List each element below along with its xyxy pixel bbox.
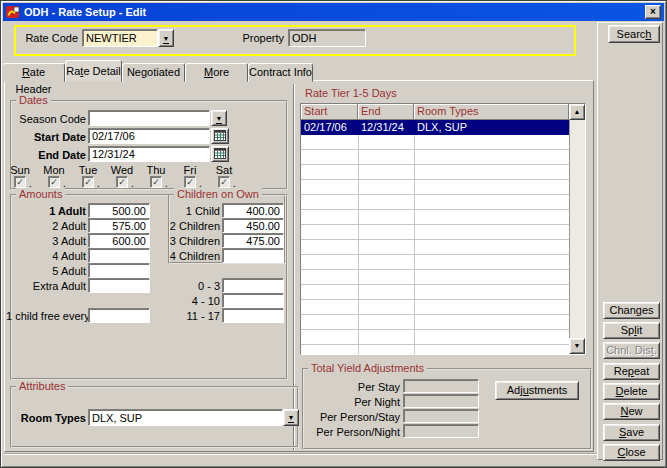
weekday-checkbox-sat[interactable]: ✓ [218,176,230,188]
season-code-lov-button[interactable]: ▼ [211,110,227,126]
check-icon: ✓ [186,177,194,187]
cell-room-types: DLX, SUP [417,121,467,133]
weekday-label-tue: Tue [73,164,103,176]
age-4-10-input[interactable] [222,293,284,308]
app-icon [6,6,20,19]
room-types-lov-button[interactable]: ▼ [283,409,299,426]
tab-rate-detail[interactable]: Rate Detail [65,60,122,82]
weekday-checkbox-fri[interactable]: ✓ [184,176,196,188]
lov-arrow-icon: ▼ [288,414,295,423]
close-window-button[interactable]: Close [603,444,660,461]
room-types-input[interactable] [88,409,283,426]
amount-3-adult-label: 3 Adult [10,235,86,248]
amount-2-adult-input[interactable] [88,218,150,233]
check-icon: ✓ [84,177,92,187]
age-0-3-label: 0 - 3 [158,280,220,293]
start-date-input[interactable] [88,128,210,144]
per-person-stay-field [403,409,479,423]
child-1-input[interactable] [222,203,284,218]
check-icon: ✓ [220,177,228,187]
weekday-label-fri: Fri [175,164,205,176]
weekday-label-wed: Wed [107,164,137,176]
child-3-input[interactable] [222,233,284,248]
table-header-room-types: Room Types [414,104,569,120]
per-night-field [403,394,479,408]
season-code-label: Season Code [10,113,86,126]
save-button[interactable]: Save [603,424,660,441]
attributes-legend: Attributes [16,380,68,392]
start-date-label: Start Date [10,131,86,144]
end-date-input[interactable] [88,146,210,162]
amount-extra-adult-label: Extra Adult [10,280,86,293]
tab-negotiated[interactable]: Negotiated [122,63,185,82]
amount-5-adult-label: 5 Adult [10,265,86,278]
window-title: ODH - Rate Setup - Edit [24,6,146,18]
rate-code-input[interactable] [82,29,158,47]
tab-more[interactable]: More [185,63,248,82]
scroll-up-button[interactable]: ▲ [569,104,585,120]
amounts-legend: Amounts [16,188,65,200]
weekday-checkbox-sun[interactable]: ✓ [14,176,26,188]
amount-1-adult-label: 1 Adult [10,205,86,218]
amount-3-adult-input[interactable] [88,233,150,248]
per-stay-field [403,379,479,393]
iterator-dot: . [131,178,134,189]
check-icon: ✓ [16,177,24,187]
age-4-10-label: 4 - 10 [158,295,220,308]
check-icon: ✓ [50,177,58,187]
weekday-checkbox-tue[interactable]: ✓ [82,176,94,188]
table-empty-rows[interactable] [301,135,569,354]
weekday-label-thu: Thu [141,164,171,176]
calendar-icon [214,148,226,159]
table-header-start: Start [301,104,358,120]
weekday-label-mon: Mon [39,164,69,176]
repeat-button[interactable]: Repeat [603,363,660,380]
weekday-checkbox-mon[interactable]: ✓ [48,176,60,188]
room-types-label: Room Types [10,412,86,425]
per-person-stay-label: Per Person/Stay [300,411,400,424]
weekday-checkbox-wed[interactable]: ✓ [116,176,128,188]
chnl-dist-button: Chnl. Dist. [603,342,660,359]
title-bar[interactable]: ODH - Rate Setup - Edit × [3,3,664,21]
rate-tier-table: Start End Room Types 02/17/06 12/31/24 D… [300,103,586,355]
check-icon: ✓ [118,177,126,187]
split-button[interactable]: Split [603,322,660,339]
rate-setup-window: ODH - Rate Setup - Edit × Rate Code ▼ Pr… [0,0,667,468]
amount-5-adult-input[interactable] [88,263,150,278]
child-2-label: 2 Children [158,220,220,233]
weekday-checkbox-thu[interactable]: ✓ [150,176,162,188]
per-person-night-field [403,424,479,438]
tab-rate-header[interactable]: Rate Header [2,63,65,82]
property-field [288,29,366,47]
scrollbar-track[interactable] [569,120,585,338]
table-row-selected[interactable]: 02/17/06 12/31/24 DLX, SUP [301,120,569,135]
end-date-calendar-button[interactable] [211,146,229,162]
age-0-3-input[interactable] [222,278,284,293]
child-free-every-label: 1 child free every [6,310,86,323]
season-code-input[interactable] [88,110,210,126]
new-button[interactable]: New [603,403,660,420]
child-free-every-input[interactable] [88,308,150,323]
amount-4-adult-input[interactable] [88,248,150,263]
iterator-dot: . [97,178,100,189]
adjustments-button[interactable]: Adjustments [495,381,579,400]
rate-code-lov-button[interactable]: ▼ [158,29,174,47]
close-button[interactable]: × [645,5,661,19]
dates-legend: Dates [16,94,51,106]
amount-1-adult-input[interactable] [88,203,150,218]
cell-end: 12/31/24 [361,121,404,133]
scroll-down-button[interactable]: ▼ [569,338,585,354]
start-date-calendar-button[interactable] [211,128,229,144]
changes-button[interactable]: Changes [603,302,660,319]
column-gridline [358,135,359,354]
yield-legend: Total Yield Adjustments [308,362,427,374]
search-button[interactable]: Search [608,25,660,43]
child-2-input[interactable] [222,218,284,233]
per-stay-label: Per Stay [300,381,400,394]
child-4-input[interactable] [222,248,284,263]
tab-contract-info[interactable]: Contract Info [248,63,313,82]
calendar-icon [214,130,226,141]
age-11-17-input[interactable] [222,308,284,323]
delete-button[interactable]: Delete [603,383,660,400]
amount-extra-adult-input[interactable] [88,278,150,293]
